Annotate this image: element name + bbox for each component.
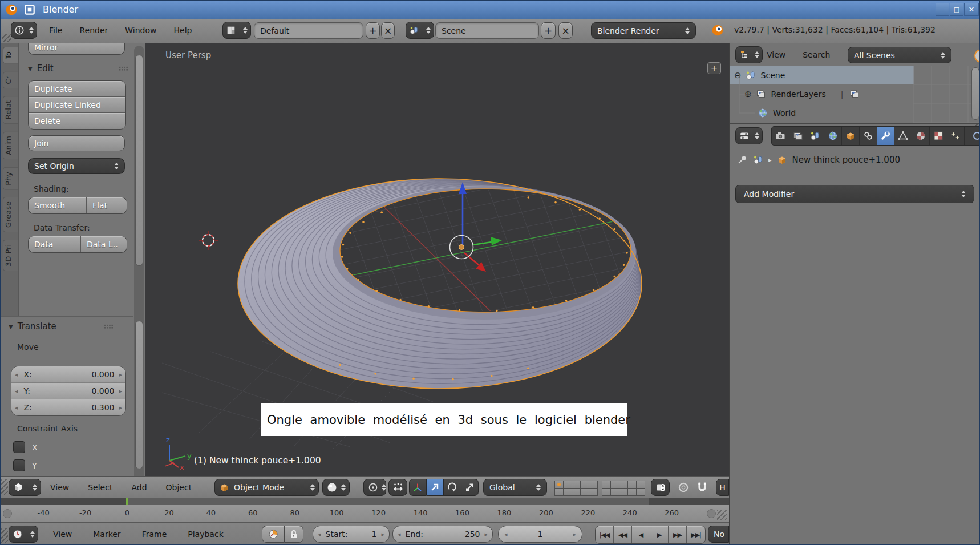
layers-grid-1[interactable] <box>554 481 598 495</box>
layer-cell[interactable] <box>619 481 628 489</box>
smooth-button[interactable]: Smooth <box>29 197 87 213</box>
mode-dropdown[interactable]: Object Mode <box>214 479 319 496</box>
expand-region-button[interactable]: + <box>707 62 721 74</box>
data-button[interactable]: Data <box>29 236 81 252</box>
area-corner-grip[interactable] <box>717 510 727 520</box>
render-engine-dropdown[interactable]: Blender Render <box>591 22 696 39</box>
shelf-tab-cr[interactable]: Cr <box>3 71 18 88</box>
close-button[interactable]: ✕ <box>964 3 979 16</box>
timeline-menu-view[interactable]: View <box>53 530 72 539</box>
shelf-tab-phy[interactable]: Phy <box>3 167 18 190</box>
layer-cell[interactable] <box>602 481 611 489</box>
move-x-field[interactable]: ◂X:0.000▸ <box>11 366 125 383</box>
area-corner-grip[interactable] <box>1 528 8 543</box>
delete-button[interactable]: Delete <box>29 113 125 129</box>
add-modifier-dropdown[interactable]: Add Modifier <box>735 185 974 203</box>
prev-keyframe-button[interactable]: ◀◀ <box>614 526 632 543</box>
view3d-menu-select[interactable]: Select <box>88 483 112 492</box>
shelf-tab-to[interactable]: To <box>3 47 18 64</box>
particles-tab[interactable] <box>947 127 965 145</box>
edit-panel-header[interactable]: ▼ Edit <box>28 62 131 75</box>
manipulator-axes-button[interactable] <box>409 479 427 496</box>
layer-cell[interactable] <box>602 488 611 496</box>
panel-drag-dots[interactable] <box>104 324 114 329</box>
panel-drag-dots[interactable] <box>119 66 128 71</box>
outliner-scrollbar[interactable] <box>971 67 979 120</box>
layer-cell[interactable] <box>589 481 598 489</box>
editor-type-timeline-button[interactable] <box>9 526 38 543</box>
layer-cell[interactable] <box>572 481 581 489</box>
area-corner-grip[interactable] <box>973 124 980 126</box>
join-button[interactable]: Join <box>28 135 125 151</box>
data-layout-button[interactable]: Data L.. <box>81 236 127 252</box>
layer-cell[interactable] <box>580 481 589 489</box>
manipulator-translate-button[interactable] <box>427 479 444 496</box>
scene-tab[interactable] <box>807 127 825 145</box>
render-visibility-button[interactable] <box>677 481 690 496</box>
menu-help[interactable]: Help <box>173 26 192 35</box>
add-layout-button[interactable]: + <box>366 22 380 39</box>
timeline-ruler[interactable]: -40-200204060801001201401601802002202402… <box>1 505 729 522</box>
layer-cell[interactable] <box>619 488 628 496</box>
scene-selector-button[interactable] <box>406 22 434 39</box>
set-origin-dropdown[interactable]: Set Origin <box>28 158 125 174</box>
manipulator-toggle-button[interactable] <box>388 479 407 496</box>
play-button[interactable]: ▶ <box>650 526 669 543</box>
editor-type-properties-button[interactable] <box>735 127 763 144</box>
material-tab[interactable] <box>912 127 930 145</box>
editor-type-info-button[interactable] <box>11 22 37 39</box>
next-keyframe-button[interactable]: ▶▶ <box>669 526 687 543</box>
layers-grid-2[interactable] <box>602 481 645 495</box>
frame-start-field[interactable]: ◂Start: 1▸ <box>313 526 390 543</box>
titlebar[interactable]: Blender — ◻ ✕ <box>1 1 979 19</box>
play-reverse-button[interactable]: ◀ <box>632 526 650 543</box>
shelf-tab-3d-pri[interactable]: 3D Pri <box>3 240 18 271</box>
current-frame-field[interactable]: ◂ 1 ▸ <box>498 526 582 543</box>
layer-cell[interactable] <box>627 488 637 496</box>
remove-scene-button[interactable]: × <box>558 22 573 39</box>
lock-to-scene-button[interactable] <box>651 479 670 496</box>
scroller-cap[interactable] <box>707 509 716 518</box>
frame-end-field[interactable]: ◂End: 250▸ <box>392 526 493 543</box>
constraint-axis-x[interactable]: X <box>13 441 127 453</box>
duplicate-linked-button[interactable]: Duplicate Linked <box>29 97 125 113</box>
maximize-button[interactable]: ◻ <box>950 3 963 16</box>
texture-tab[interactable] <box>930 127 947 145</box>
shelf-tab-relat[interactable]: Relat <box>3 96 18 124</box>
scene-name-field[interactable]: Scene <box>435 22 539 39</box>
timeline-canvas[interactable] <box>1 498 729 505</box>
tool-shelf-scrollbar[interactable] <box>134 46 144 495</box>
menu-render[interactable]: Render <box>79 26 108 35</box>
remove-layout-button[interactable]: × <box>381 22 395 39</box>
outliner-menu-view[interactable]: View <box>767 50 785 59</box>
timeline-menu-marker[interactable]: Marker <box>93 530 120 539</box>
render-layers-tab[interactable] <box>789 127 807 145</box>
pin-icon[interactable] <box>736 154 748 165</box>
duplicate-button[interactable]: Duplicate <box>29 81 125 97</box>
layer-cell[interactable] <box>610 481 619 489</box>
data-tab[interactable] <box>894 127 912 145</box>
viewport-shading-dropdown[interactable] <box>322 479 350 496</box>
pivot-point-dropdown[interactable] <box>363 479 386 496</box>
add-scene-button[interactable]: + <box>541 22 556 39</box>
keying-lock-button[interactable] <box>285 526 303 543</box>
filter-icon[interactable] <box>974 49 980 63</box>
constraint-axis-y[interactable]: Y <box>13 459 127 471</box>
flat-button[interactable]: Flat <box>87 197 127 213</box>
move-z-field[interactable]: ◂Z:0.300▸ <box>11 399 125 415</box>
sync-dropdown[interactable]: No <box>708 526 729 543</box>
layer-cell[interactable] <box>580 488 589 496</box>
area-corner-grip[interactable] <box>2 34 11 42</box>
layer-cell[interactable] <box>554 481 564 489</box>
shelf-tab-grease[interactable]: Grease <box>3 197 18 232</box>
object-tab[interactable] <box>842 127 860 145</box>
layer-cell[interactable] <box>572 488 581 496</box>
timeline-menu-frame[interactable]: Frame <box>142 530 167 539</box>
menu-window[interactable]: Window <box>125 26 156 35</box>
scrollbar-thumb[interactable] <box>135 55 143 266</box>
layer-cell[interactable] <box>636 481 645 489</box>
view3d-menu-view[interactable]: View <box>50 483 69 492</box>
mirror-button[interactable]: Mirror <box>28 43 125 55</box>
snap-toggle-button[interactable] <box>695 481 709 496</box>
outliner-scope-dropdown[interactable]: All Scenes <box>848 47 951 63</box>
